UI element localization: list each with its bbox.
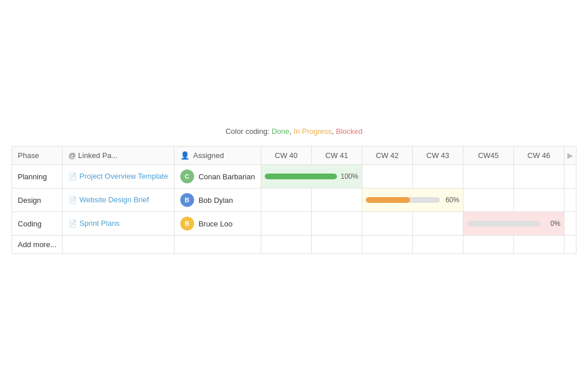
cw42-planning [362, 165, 412, 188]
doc-icon: 📄 [68, 195, 77, 205]
cw43-coding [412, 212, 463, 236]
col-header-cw41: CW 41 [311, 147, 362, 165]
doc-icon: 📄 [68, 171, 77, 182]
assignee-coding: B Bruce Loo [174, 212, 261, 236]
phase-coding: Coding [12, 212, 63, 236]
assignee-name: Bob Dylan [199, 196, 233, 205]
col-header-cw45: CW45 [463, 147, 513, 165]
table-row: Coding 📄 Sprint Plans B Bruce Loo [12, 212, 577, 236]
linked-docs-planning[interactable]: 📄 Project Overview Template [63, 165, 174, 188]
main-container: Color coding: Done, In Progress, Blocked… [18, 127, 570, 254]
table-row: Planning 📄 Project Overview Template C C… [12, 165, 577, 188]
add-more-scroll [564, 236, 576, 254]
gantt-bar [467, 221, 541, 226]
scroll-col-coding [564, 212, 576, 236]
cw40-design [261, 188, 311, 212]
linked-docs-design[interactable]: 📄 Website Design Brief [63, 188, 174, 212]
col-header-cw40: CW 40 [261, 147, 311, 165]
gantt-fill [265, 174, 337, 179]
blocked-label: Blocked [336, 127, 362, 136]
assignee-design: B Bob Dylan [174, 188, 261, 212]
cw41-design [311, 188, 362, 212]
cw40-coding [261, 212, 311, 236]
gantt-percent: 100% [341, 172, 358, 180]
table-row: Design 📄 Website Design Brief B Bob Dyla… [12, 188, 577, 212]
gantt-bar-planning: 100% [261, 165, 362, 188]
add-more-assigned [174, 236, 261, 254]
col-header-assigned: 👤 Assigned [174, 147, 261, 165]
gantt-table: Phase @ Linked Pa... 👤 Assigned CW 40 CW… [11, 146, 577, 254]
avatar: B [180, 217, 194, 230]
add-more-row[interactable]: Add more... [12, 236, 577, 254]
assignee-planning: C Conan Barbarian [174, 165, 261, 188]
doc-icon: 📄 [68, 218, 77, 229]
add-more-cell[interactable]: Add more... [12, 236, 63, 254]
cw45-design [463, 188, 513, 212]
gantt-bar-design: 60% [362, 188, 463, 212]
gantt-bar [366, 197, 440, 203]
phase-planning: Planning [12, 165, 63, 188]
gantt-percent: 0% [544, 220, 560, 228]
cw45-planning [463, 165, 513, 188]
col-header-cw43: CW 43 [412, 147, 463, 165]
add-more-cw40 [261, 236, 311, 254]
color-coding-label: Color coding: [226, 127, 270, 136]
col-header-cw42: CW 42 [362, 147, 412, 165]
cw46-design [513, 188, 564, 212]
color-coding-legend: Color coding: Done, In Progress, Blocked [226, 127, 363, 136]
cw42-coding [362, 212, 412, 236]
gantt-bar-coding: 0% [463, 212, 564, 236]
gantt-fill [366, 197, 410, 203]
gantt-bar [265, 174, 337, 179]
add-more-cw45 [463, 236, 513, 254]
gantt-percent: 60% [443, 196, 459, 204]
scroll-col-planning [564, 165, 576, 188]
col-header-cw46: CW 46 [513, 147, 564, 165]
cw43-planning [412, 165, 463, 188]
avatar: B [180, 193, 194, 207]
add-more-cw41 [311, 236, 362, 254]
linked-doc-link[interactable]: 📄 Sprint Plans [68, 218, 168, 229]
in-progress-label: In Progress [293, 127, 331, 136]
avatar: C [180, 170, 194, 183]
cw46-planning [513, 165, 564, 188]
linked-doc-link[interactable]: 📄 Project Overview Template [68, 171, 168, 182]
col-header-phase: Phase [12, 147, 63, 165]
linked-doc-link[interactable]: 📄 Website Design Brief [68, 194, 168, 206]
done-label: Done [272, 127, 289, 136]
add-more-linked [63, 236, 174, 254]
linked-docs-coding[interactable]: 📄 Sprint Plans [63, 212, 174, 236]
add-more-cw43 [412, 236, 463, 254]
add-more-cw42 [362, 236, 412, 254]
phase-design: Design [12, 188, 63, 212]
cw41-coding [311, 212, 362, 236]
assignee-name: Bruce Loo [199, 220, 233, 228]
person-icon: 👤 [180, 151, 189, 160]
col-header-linked: @ Linked Pa... [63, 147, 174, 165]
col-scroll[interactable]: ▶ [564, 147, 576, 165]
add-more-cw46 [513, 236, 564, 254]
assignee-name: Conan Barbarian [199, 172, 255, 181]
scroll-col-design [564, 188, 576, 212]
scroll-right-icon: ▶ [567, 151, 573, 160]
